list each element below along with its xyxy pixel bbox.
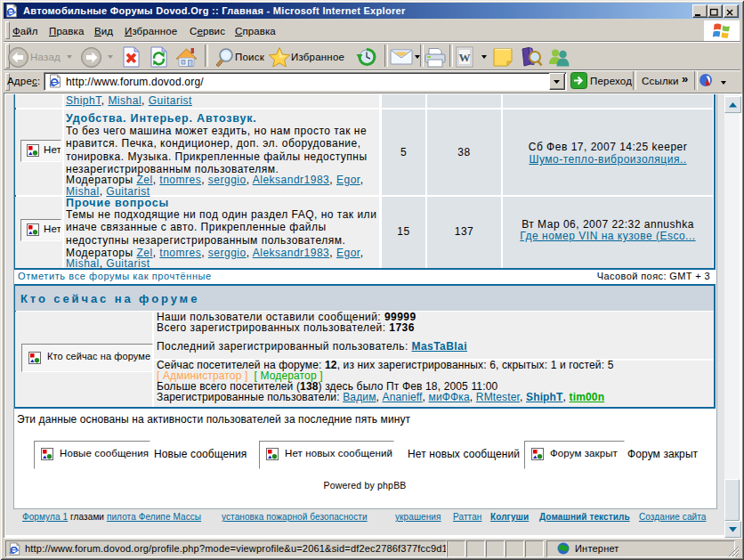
svg-text:W: W [459, 51, 471, 64]
